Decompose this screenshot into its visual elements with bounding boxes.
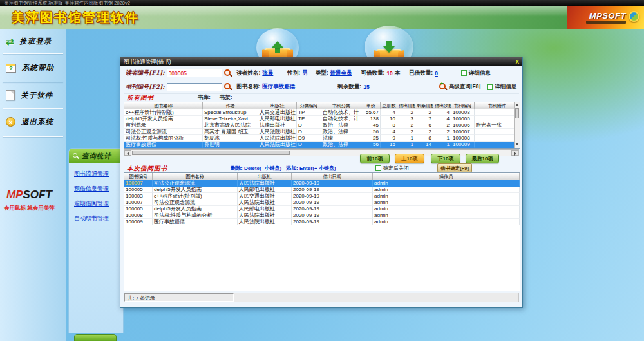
reader-detail-label: 详细信息	[469, 69, 491, 77]
scrollbar-thumb[interactable]	[515, 108, 519, 118]
table-row[interactable]: 100005delphi5开发人员指南人民邮电出版社2020-09-19admi…	[124, 187, 520, 193]
sidebar-label: 关于软件	[21, 91, 53, 100]
confirm-borrow-button[interactable]: 借书确定[F9]	[437, 163, 472, 172]
table-cell: 2020-09-19	[292, 180, 373, 187]
close-icon[interactable]: x	[515, 57, 519, 66]
table-cell: 2	[433, 122, 451, 129]
first-10-button[interactable]: 前10项	[360, 154, 390, 163]
table-row[interactable]: delphi5开发人员指南Steve Teixeira,Xavi人民邮电出版社T…	[124, 116, 520, 122]
reader-no-input[interactable]	[167, 69, 222, 77]
table-cell: 人民法院出版社	[258, 129, 297, 135]
table-cell: 审判笔录	[124, 122, 203, 129]
column-header[interactable]: 书刊附件	[475, 102, 520, 109]
table-cell: 2	[415, 129, 433, 135]
table-row[interactable]: 司法公正观念源流高其才 肖建国 胡玉人民法院出版社D政治、法律564222100…	[124, 129, 520, 135]
column-header[interactable]: 书刊编号	[451, 102, 475, 109]
reader-no-label: 读者编号[F1]:	[126, 69, 165, 77]
table-cell: 乔世明	[203, 142, 258, 148]
table-row[interactable]: 100005delphi5开发人员指南人民邮电出版社2020-09-19admi…	[124, 206, 520, 212]
book-search-icon[interactable]	[224, 83, 232, 91]
table-row[interactable]: 100007司法公正观念源流人民法院出版社2020-09-19admin	[124, 180, 520, 187]
scroll-right-icon[interactable]	[511, 150, 518, 156]
remain-label: 剩余数量:	[337, 83, 361, 91]
reader-name-link[interactable]: 张晨	[262, 69, 273, 77]
column-header[interactable]: 作者	[203, 102, 258, 109]
book-name-link[interactable]: 医疗事故赔偿	[262, 83, 295, 91]
dialog-titlebar[interactable]: 图书流通管理(借书) x	[120, 57, 522, 66]
table-cell: Steve Teixeira,Xavi	[203, 116, 258, 122]
table-cell: 100005	[124, 187, 153, 193]
column-header[interactable]: 出版社	[258, 102, 297, 109]
sidebar-button-shift-login[interactable]: ⇄ 换班登录	[6, 37, 52, 46]
type-value[interactable]: 普通会员	[330, 69, 352, 77]
sidebar-button-about[interactable]: 关于软件	[6, 90, 53, 100]
table-cell: c++程序设计(特别版)	[124, 109, 203, 116]
table-row[interactable]: 100009医疗事故赔偿人民法院出版社2020-09-19admin	[124, 219, 520, 225]
table-cell: 100008	[124, 212, 153, 219]
table-cell: admin	[373, 180, 520, 187]
reader-row: 读者编号[F1]: 读者姓名: 张晨 性别: 男 类型: 普通会员 可借数量: …	[124, 66, 519, 80]
column-header[interactable]: 书刊分类	[321, 102, 361, 109]
link-auto-fetch[interactable]: 自动取书管理	[74, 214, 123, 223]
close-after-checkbox[interactable]	[375, 165, 381, 171]
book-no-input[interactable]	[167, 83, 222, 91]
document-icon	[6, 90, 15, 100]
last-10-button[interactable]: 最后10项	[466, 154, 499, 163]
sidebar-button-exit[interactable]: ✕ 退出系统	[6, 117, 53, 127]
collapsed-panel-tab[interactable]	[74, 334, 117, 341]
table-row[interactable]: 100007司法公正观念源流人民法院出版社2020-09-19admin	[124, 199, 520, 206]
scrollbar-thumb[interactable]	[132, 151, 290, 155]
table-row[interactable]: 100003c++程序设计(特别版)人民交通出版社2020-09-19admin	[124, 193, 520, 199]
column-header[interactable]: 借出次数	[433, 102, 451, 109]
prev-10-button[interactable]: 上10项	[395, 154, 424, 163]
advanced-search-icon[interactable]: +	[439, 83, 447, 91]
column-header[interactable]: 图书编号	[124, 173, 153, 180]
scroll-down-icon[interactable]	[515, 143, 519, 145]
advanced-query-link[interactable]: 高级查询[F8]	[449, 83, 481, 91]
column-header[interactable]: 图书名称	[153, 173, 238, 180]
column-header[interactable]: 借出册数	[397, 102, 415, 109]
table-cell: D	[297, 122, 321, 129]
table-cell: 4	[433, 109, 451, 116]
table-cell: 医疗事故赔偿	[153, 219, 238, 225]
table-cell: 100007	[124, 180, 153, 187]
next-10-button[interactable]: 下10项	[431, 154, 460, 163]
column-header[interactable]: 出版社	[238, 173, 292, 180]
link-overdue-manage[interactable]: 逾期借阅管理	[74, 199, 123, 208]
reader-name-label: 读者姓名:	[237, 69, 261, 77]
table-cell: 9	[381, 135, 397, 142]
table-cell: admin	[373, 199, 520, 206]
column-header[interactable]: 借出日期	[292, 173, 373, 180]
book-detail-checkbox[interactable]	[487, 84, 493, 90]
all-books-table: 图书名称作者出版社分类编号书刊分类单价总册数借出册数剩余册数借出次数书刊编号书刊…	[124, 102, 520, 149]
gender-value: 男	[302, 69, 308, 77]
column-header[interactable]: 单价	[361, 102, 381, 109]
borrowed-value[interactable]: 0	[435, 70, 438, 77]
table-row[interactable]: 100008司法权:性质与构成的分析人民法院出版社2020-09-19admin	[124, 212, 520, 219]
table-row[interactable]: 审判笔录北京市高级人民法院法律出版社D政治、法律458262100006附光盘一…	[124, 122, 520, 129]
table-row[interactable]: 医疗事故赔偿乔世明人民法院出版社D政治、法律56151141100009	[124, 142, 520, 148]
table-cell: 人民邮电出版社	[238, 206, 292, 212]
link-book-circulation[interactable]: 图书流通管理	[74, 170, 123, 178]
table-cell: TP	[297, 109, 321, 116]
column-header[interactable]: 总册数	[381, 102, 397, 109]
dialog-statusbar: 共: 7 条记录	[124, 293, 519, 302]
table-row[interactable]: 司法权:性质与构成的分析胡夏冰人民法院出版社D9法律259181100008	[124, 135, 520, 142]
scroll-up-icon[interactable]	[515, 104, 519, 106]
query-panel-header[interactable]: 查询统计	[69, 149, 123, 163]
column-header[interactable]: 分类编号	[297, 102, 321, 109]
link-reserve-info[interactable]: 预借信息管理	[74, 185, 123, 193]
vertical-scrollbar[interactable]	[514, 102, 520, 148]
column-header[interactable]: 操作员	[373, 173, 520, 180]
reader-detail-checkbox[interactable]	[461, 70, 467, 76]
table-header: 图书名称作者出版社分类编号书刊分类单价总册数借出册数剩余册数借出次数书刊编号书刊…	[124, 102, 520, 109]
sidebar-button-help[interactable]: ? 系统帮助	[6, 63, 54, 73]
reader-search-icon[interactable]	[224, 69, 232, 77]
scroll-left-icon[interactable]	[124, 150, 131, 156]
table-cell: 政治、法律	[321, 122, 361, 129]
table-row[interactable]: c++程序设计(特别版)Special Stroustrup人民交通出版社TP自…	[124, 109, 520, 116]
table-cell	[475, 135, 520, 142]
column-header[interactable]: 剩余册数	[415, 102, 433, 109]
column-header[interactable]: 图书名称	[124, 102, 203, 109]
table-cell: 45	[361, 122, 381, 129]
